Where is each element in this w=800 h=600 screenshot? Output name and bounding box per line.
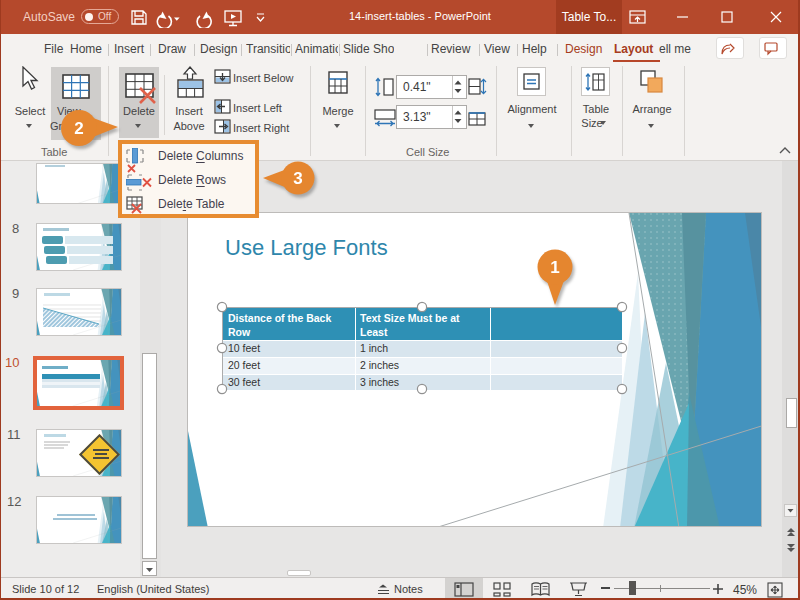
svg-text:3: 3 xyxy=(293,169,302,188)
svg-text:1: 1 xyxy=(550,258,559,277)
svg-text:2: 2 xyxy=(74,119,83,138)
